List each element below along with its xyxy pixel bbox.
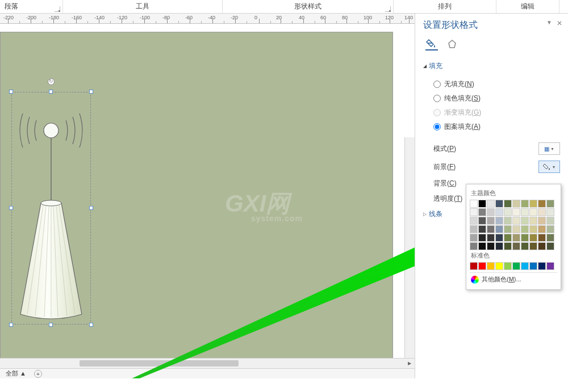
add-page-button[interactable]: +: [34, 370, 42, 378]
color-swatch[interactable]: [538, 262, 546, 270]
color-swatch[interactable]: [529, 262, 537, 270]
dialog-launcher-icon[interactable]: [55, 6, 60, 12]
color-swatch[interactable]: [546, 217, 554, 225]
color-swatch[interactable]: [521, 234, 529, 242]
color-swatch[interactable]: [512, 208, 520, 216]
color-swatch[interactable]: [546, 208, 554, 216]
color-swatch[interactable]: [546, 262, 554, 270]
foreground-color-button[interactable]: ▼: [538, 161, 560, 173]
color-swatch[interactable]: [546, 225, 554, 233]
resize-handle-br[interactable]: [89, 323, 93, 327]
color-swatch[interactable]: [470, 242, 478, 250]
ribbon-tab-paragraph[interactable]: 段落: [0, 0, 62, 13]
color-swatch[interactable]: [495, 234, 503, 242]
color-swatch[interactable]: [470, 217, 478, 225]
color-swatch[interactable]: [495, 225, 503, 233]
color-swatch[interactable]: [529, 225, 537, 233]
color-swatch[interactable]: [538, 208, 546, 216]
more-colors-button[interactable]: 其他颜色(M)...: [470, 272, 557, 286]
color-swatch[interactable]: [495, 217, 503, 225]
color-swatch[interactable]: [478, 262, 486, 270]
fill-line-icon[interactable]: [425, 38, 438, 50]
effects-icon[interactable]: [446, 38, 458, 50]
color-swatch[interactable]: [538, 200, 546, 208]
color-swatch[interactable]: [504, 208, 512, 216]
color-swatch[interactable]: [504, 234, 512, 242]
section-fill[interactable]: ◢ 填充: [423, 58, 560, 74]
dialog-launcher-icon[interactable]: [385, 6, 391, 12]
resize-handle-tm[interactable]: [49, 90, 53, 94]
ribbon-tab-edit[interactable]: 编辑: [496, 0, 559, 13]
color-swatch[interactable]: [470, 234, 478, 242]
resize-handle-bm[interactable]: [49, 323, 53, 327]
ribbon-tab-shapestyle[interactable]: 形状样式: [223, 0, 393, 13]
color-swatch[interactable]: [470, 208, 478, 216]
color-swatch[interactable]: [512, 242, 520, 250]
color-swatch[interactable]: [470, 262, 478, 270]
radio-no-fill[interactable]: 无填充(N): [433, 77, 560, 91]
color-swatch[interactable]: [521, 200, 529, 208]
color-swatch[interactable]: [521, 262, 529, 270]
color-swatch[interactable]: [487, 262, 495, 270]
rotate-handle[interactable]: [48, 78, 55, 85]
selected-shape[interactable]: [11, 92, 91, 324]
color-swatch[interactable]: [521, 208, 529, 216]
color-swatch[interactable]: [504, 262, 512, 270]
color-swatch[interactable]: [512, 262, 520, 270]
pane-options-icon[interactable]: ▼: [546, 19, 552, 26]
scrollbar-horizontal[interactable]: [0, 358, 415, 368]
pattern-picker-button[interactable]: ▦▼: [538, 142, 560, 155]
color-swatch[interactable]: [546, 234, 554, 242]
color-swatch[interactable]: [521, 217, 529, 225]
color-swatch[interactable]: [512, 200, 520, 208]
color-swatch[interactable]: [495, 242, 503, 250]
color-swatch[interactable]: [478, 217, 486, 225]
scroll-right-button[interactable]: [404, 359, 415, 369]
color-swatch[interactable]: [487, 208, 495, 216]
ribbon-tab-tools[interactable]: 工具: [63, 0, 222, 13]
radio-solid-fill[interactable]: 纯色填充(S): [433, 91, 560, 106]
color-swatch[interactable]: [487, 200, 495, 208]
color-swatch[interactable]: [487, 217, 495, 225]
color-swatch[interactable]: [504, 200, 512, 208]
color-swatch[interactable]: [512, 234, 520, 242]
resize-handle-ml[interactable]: [9, 206, 13, 210]
color-swatch[interactable]: [521, 242, 529, 250]
color-swatch[interactable]: [495, 262, 503, 270]
scroll-left-button[interactable]: [0, 359, 10, 369]
color-swatch[interactable]: [478, 234, 486, 242]
page-tab-all[interactable]: 全部 ▲: [2, 369, 30, 378]
color-swatch[interactable]: [495, 208, 503, 216]
resize-handle-tl[interactable]: [9, 90, 13, 94]
color-swatch[interactable]: [538, 217, 546, 225]
color-swatch[interactable]: [538, 225, 546, 233]
color-swatch[interactable]: [521, 225, 529, 233]
color-swatch[interactable]: [478, 200, 486, 208]
scroll-thumb[interactable]: [80, 360, 239, 366]
scrollbar-vertical[interactable]: [404, 137, 415, 358]
color-swatch[interactable]: [529, 234, 537, 242]
color-swatch[interactable]: [478, 242, 486, 250]
resize-handle-tr[interactable]: [89, 90, 93, 94]
color-swatch[interactable]: [487, 242, 495, 250]
color-swatch[interactable]: [512, 225, 520, 233]
color-swatch[interactable]: [529, 200, 537, 208]
color-swatch[interactable]: [504, 217, 512, 225]
resize-handle-bl[interactable]: [9, 323, 13, 327]
color-swatch[interactable]: [478, 225, 486, 233]
antenna-shape[interactable]: [16, 96, 86, 320]
color-swatch[interactable]: [546, 200, 554, 208]
color-swatch[interactable]: [487, 225, 495, 233]
color-swatch[interactable]: [470, 225, 478, 233]
close-icon[interactable]: ✕: [557, 19, 562, 27]
color-swatch[interactable]: [495, 200, 503, 208]
color-swatch[interactable]: [504, 242, 512, 250]
color-swatch[interactable]: [487, 234, 495, 242]
color-swatch[interactable]: [538, 242, 546, 250]
color-swatch[interactable]: [529, 217, 537, 225]
color-swatch[interactable]: [529, 208, 537, 216]
color-swatch[interactable]: [478, 208, 486, 216]
canvas-area[interactable]: -220-200-180-160-140-120-100-80-60-40-20…: [0, 14, 415, 378]
resize-handle-mr[interactable]: [89, 206, 93, 210]
color-swatch[interactable]: [538, 234, 546, 242]
